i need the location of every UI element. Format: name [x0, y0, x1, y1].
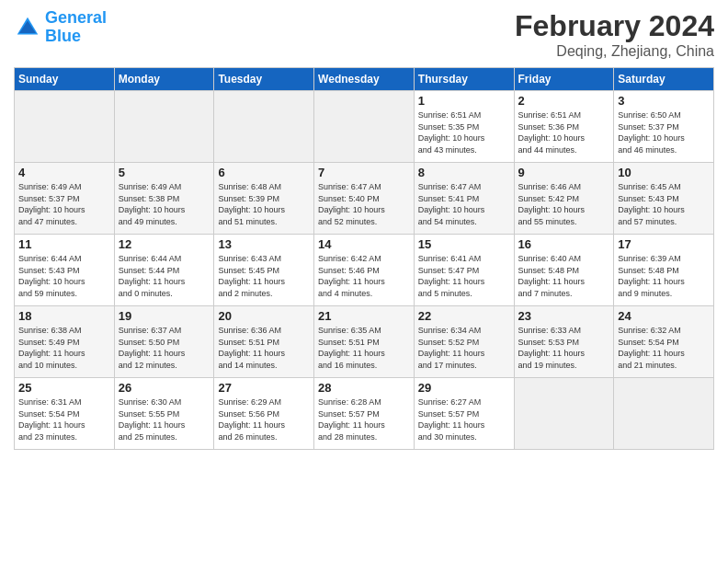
calendar-cell: 26Sunrise: 6:30 AMSunset: 5:55 PMDayligh…	[114, 378, 214, 450]
day-number: 28	[318, 381, 410, 395]
calendar-cell: 11Sunrise: 6:44 AMSunset: 5:43 PMDayligh…	[15, 235, 115, 306]
calendar-cell	[15, 91, 115, 163]
col-tuesday: Tuesday	[214, 68, 314, 91]
week-row-1: 1Sunrise: 6:51 AMSunset: 5:35 PMDaylight…	[15, 91, 714, 163]
day-number: 11	[18, 237, 110, 251]
col-thursday: Thursday	[414, 68, 514, 91]
month-title: February 2024	[515, 9, 714, 43]
day-info: Sunrise: 6:51 AMSunset: 5:36 PMDaylight:…	[518, 109, 610, 155]
day-info: Sunrise: 6:51 AMSunset: 5:35 PMDaylight:…	[418, 109, 510, 155]
calendar-cell: 23Sunrise: 6:33 AMSunset: 5:53 PMDayligh…	[514, 306, 614, 378]
calendar-cell: 14Sunrise: 6:42 AMSunset: 5:46 PMDayligh…	[314, 235, 415, 306]
day-info: Sunrise: 6:41 AMSunset: 5:47 PMDaylight:…	[418, 253, 510, 299]
calendar-cell: 13Sunrise: 6:43 AMSunset: 5:45 PMDayligh…	[214, 235, 314, 306]
day-number: 29	[418, 381, 510, 395]
day-number: 26	[119, 381, 210, 395]
col-saturday: Saturday	[614, 68, 714, 91]
day-info: Sunrise: 6:50 AMSunset: 5:37 PMDaylight:…	[618, 109, 710, 155]
calendar-cell: 1Sunrise: 6:51 AMSunset: 5:35 PMDaylight…	[414, 91, 514, 163]
day-number: 6	[218, 166, 310, 179]
day-info: Sunrise: 6:43 AMSunset: 5:45 PMDaylight:…	[218, 253, 310, 299]
calendar-cell: 25Sunrise: 6:31 AMSunset: 5:54 PMDayligh…	[15, 378, 115, 450]
day-info: Sunrise: 6:49 AMSunset: 5:38 PMDaylight:…	[119, 181, 210, 227]
calendar-cell: 18Sunrise: 6:38 AMSunset: 5:49 PMDayligh…	[15, 306, 115, 378]
calendar-cell: 5Sunrise: 6:49 AMSunset: 5:38 PMDaylight…	[114, 163, 214, 235]
col-monday: Monday	[114, 68, 214, 91]
page-container: General Blue February 2024 Deqing, Zheji…	[0, 0, 728, 563]
day-number: 12	[119, 237, 210, 251]
calendar-cell: 28Sunrise: 6:28 AMSunset: 5:57 PMDayligh…	[314, 378, 415, 450]
day-info: Sunrise: 6:27 AMSunset: 5:57 PMDaylight:…	[418, 396, 510, 442]
week-row-4: 18Sunrise: 6:38 AMSunset: 5:49 PMDayligh…	[15, 306, 714, 378]
calendar-cell: 22Sunrise: 6:34 AMSunset: 5:52 PMDayligh…	[414, 306, 514, 378]
calendar-cell: 2Sunrise: 6:51 AMSunset: 5:36 PMDaylight…	[514, 91, 614, 163]
calendar-cell: 29Sunrise: 6:27 AMSunset: 5:57 PMDayligh…	[414, 378, 514, 450]
week-row-5: 25Sunrise: 6:31 AMSunset: 5:54 PMDayligh…	[15, 378, 714, 450]
day-info: Sunrise: 6:44 AMSunset: 5:43 PMDaylight:…	[18, 253, 110, 299]
day-number: 19	[119, 309, 210, 323]
day-info: Sunrise: 6:37 AMSunset: 5:50 PMDaylight:…	[119, 325, 210, 371]
day-info: Sunrise: 6:28 AMSunset: 5:57 PMDaylight:…	[318, 396, 410, 442]
calendar-cell	[514, 378, 614, 450]
calendar-cell: 7Sunrise: 6:47 AMSunset: 5:40 PMDaylight…	[314, 163, 415, 235]
calendar-cell: 3Sunrise: 6:50 AMSunset: 5:37 PMDaylight…	[614, 91, 714, 163]
day-info: Sunrise: 6:32 AMSunset: 5:54 PMDaylight:…	[618, 325, 710, 371]
col-wednesday: Wednesday	[314, 68, 415, 91]
day-number: 24	[618, 309, 710, 323]
logo-text: General Blue	[45, 9, 107, 46]
day-info: Sunrise: 6:49 AMSunset: 5:37 PMDaylight:…	[18, 181, 110, 227]
calendar-cell: 19Sunrise: 6:37 AMSunset: 5:50 PMDayligh…	[114, 306, 214, 378]
calendar-cell: 20Sunrise: 6:36 AMSunset: 5:51 PMDayligh…	[214, 306, 314, 378]
day-info: Sunrise: 6:45 AMSunset: 5:43 PMDaylight:…	[618, 181, 710, 227]
calendar-cell: 16Sunrise: 6:40 AMSunset: 5:48 PMDayligh…	[514, 235, 614, 306]
day-number: 20	[218, 309, 310, 323]
calendar-cell	[314, 91, 415, 163]
day-info: Sunrise: 6:44 AMSunset: 5:44 PMDaylight:…	[119, 253, 210, 299]
week-row-3: 11Sunrise: 6:44 AMSunset: 5:43 PMDayligh…	[15, 235, 714, 306]
col-sunday: Sunday	[15, 68, 115, 91]
day-number: 23	[518, 309, 610, 323]
day-info: Sunrise: 6:46 AMSunset: 5:42 PMDaylight:…	[518, 181, 610, 227]
day-number: 22	[418, 309, 510, 323]
logo-line2: Blue	[45, 27, 81, 45]
calendar-cell: 6Sunrise: 6:48 AMSunset: 5:39 PMDaylight…	[214, 163, 314, 235]
day-number: 7	[318, 166, 410, 179]
calendar-cell: 17Sunrise: 6:39 AMSunset: 5:48 PMDayligh…	[614, 235, 714, 306]
day-number: 14	[318, 237, 410, 251]
calendar-cell: 4Sunrise: 6:49 AMSunset: 5:37 PMDaylight…	[15, 163, 115, 235]
calendar-cell: 8Sunrise: 6:47 AMSunset: 5:41 PMDaylight…	[414, 163, 514, 235]
calendar-cell: 27Sunrise: 6:29 AMSunset: 5:56 PMDayligh…	[214, 378, 314, 450]
day-info: Sunrise: 6:34 AMSunset: 5:52 PMDaylight:…	[418, 325, 510, 371]
day-info: Sunrise: 6:47 AMSunset: 5:40 PMDaylight:…	[318, 181, 410, 227]
day-info: Sunrise: 6:47 AMSunset: 5:41 PMDaylight:…	[418, 181, 510, 227]
day-number: 17	[618, 237, 710, 251]
day-info: Sunrise: 6:48 AMSunset: 5:39 PMDaylight:…	[218, 181, 310, 227]
day-number: 21	[318, 309, 410, 323]
day-info: Sunrise: 6:36 AMSunset: 5:51 PMDaylight:…	[218, 325, 310, 371]
day-info: Sunrise: 6:35 AMSunset: 5:51 PMDaylight:…	[318, 325, 410, 371]
calendar-cell: 9Sunrise: 6:46 AMSunset: 5:42 PMDaylight…	[514, 163, 614, 235]
day-number: 1	[418, 94, 510, 108]
day-number: 8	[418, 166, 510, 179]
day-number: 3	[618, 94, 710, 108]
day-number: 13	[218, 237, 310, 251]
col-friday: Friday	[514, 68, 614, 91]
calendar-cell: 15Sunrise: 6:41 AMSunset: 5:47 PMDayligh…	[414, 235, 514, 306]
title-area: February 2024 Deqing, Zhejiang, China	[515, 9, 714, 60]
day-info: Sunrise: 6:39 AMSunset: 5:48 PMDaylight:…	[618, 253, 710, 299]
logo-line1: General	[45, 8, 107, 27]
day-number: 27	[218, 381, 310, 395]
calendar-cell: 21Sunrise: 6:35 AMSunset: 5:51 PMDayligh…	[314, 306, 415, 378]
day-info: Sunrise: 6:40 AMSunset: 5:48 PMDaylight:…	[518, 253, 610, 299]
calendar-cell	[114, 91, 214, 163]
calendar: Sunday Monday Tuesday Wednesday Thursday…	[14, 67, 714, 450]
calendar-cell	[214, 91, 314, 163]
day-number: 15	[418, 237, 510, 251]
location-title: Deqing, Zhejiang, China	[515, 43, 714, 60]
day-info: Sunrise: 6:38 AMSunset: 5:49 PMDaylight:…	[18, 325, 110, 371]
logo-icon	[14, 14, 41, 41]
day-info: Sunrise: 6:33 AMSunset: 5:53 PMDaylight:…	[518, 325, 610, 371]
day-number: 18	[18, 309, 110, 323]
logo: General Blue	[14, 9, 107, 46]
calendar-cell: 12Sunrise: 6:44 AMSunset: 5:44 PMDayligh…	[114, 235, 214, 306]
